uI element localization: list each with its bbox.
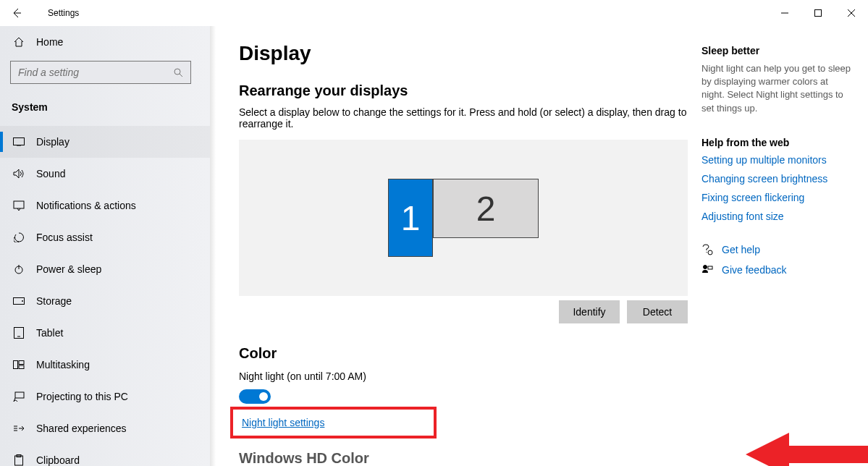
sidebar-item-label: Sound	[36, 168, 65, 179]
annotation-arrow-icon	[746, 433, 868, 466]
sidebar-section: System	[0, 90, 210, 126]
help-icon	[701, 244, 713, 255]
sidebar-item-focus-assist[interactable]: Focus assist	[0, 221, 210, 253]
hd-color-heading: Windows HD Color	[239, 450, 688, 466]
color-heading: Color	[239, 345, 688, 362]
help-link-fontsize[interactable]: Adjusting font size	[701, 211, 851, 222]
rearrange-heading: Rearrange your displays	[239, 82, 688, 99]
back-icon[interactable]	[12, 8, 22, 18]
sidebar-item-storage[interactable]: Storage	[0, 285, 210, 317]
close-button[interactable]	[835, 0, 868, 26]
sidebar-home-label: Home	[36, 36, 63, 48]
feedback-icon	[701, 264, 713, 276]
tablet-icon	[13, 327, 25, 339]
sidebar-item-label: Tablet	[36, 327, 63, 339]
monitor-1[interactable]: 1	[388, 179, 433, 257]
sidebar-item-tablet[interactable]: Tablet	[0, 317, 210, 349]
svg-point-23	[704, 265, 707, 268]
svg-rect-18	[19, 365, 24, 369]
sidebar-item-clipboard[interactable]: Clipboard	[0, 444, 210, 466]
help-link-flickering[interactable]: Fixing screen flickering	[701, 192, 851, 203]
home-icon	[13, 36, 25, 48]
notifications-icon	[13, 200, 25, 211]
sidebar-item-label: Power & sleep	[36, 263, 101, 275]
aside-help-title: Help from the web	[701, 137, 851, 148]
svg-rect-24	[708, 266, 712, 269]
sidebar-item-label: Focus assist	[36, 232, 93, 243]
power-icon	[13, 263, 25, 275]
aside-sleep-text: Night light can help you get to sleep by…	[701, 62, 851, 115]
identify-button[interactable]: Identify	[559, 300, 620, 323]
night-light-settings-link[interactable]: Night light settings	[242, 417, 324, 428]
sidebar: Home Find a setting System Display Sound…	[0, 26, 210, 466]
aside-sleep-title: Sleep better	[701, 45, 851, 56]
display-arranger[interactable]: 1 2	[239, 140, 688, 296]
shared-icon	[13, 423, 25, 434]
svg-rect-9	[14, 201, 24, 208]
sidebar-item-projecting[interactable]: Projecting to this PC	[0, 381, 210, 412]
sidebar-item-label: Notifications & actions	[36, 200, 136, 211]
svg-point-5	[174, 69, 180, 75]
multitasking-icon	[13, 359, 25, 370]
help-link-brightness[interactable]: Changing screen brightness	[701, 173, 851, 185]
maximize-button[interactable]	[801, 0, 835, 26]
svg-rect-25	[789, 446, 868, 463]
minimize-button[interactable]	[768, 0, 801, 26]
sidebar-item-label: Shared experiences	[36, 423, 127, 434]
sidebar-item-label: Multitasking	[36, 359, 90, 370]
focus-icon	[13, 232, 25, 243]
search-icon	[173, 67, 183, 77]
svg-rect-17	[19, 361, 24, 365]
window-title: Settings	[42, 8, 79, 18]
monitor-2[interactable]: 2	[433, 179, 539, 238]
night-light-toggle[interactable]	[239, 389, 271, 404]
svg-marker-26	[746, 433, 789, 466]
search-input[interactable]: Find a setting	[10, 61, 191, 84]
detect-button[interactable]: Detect	[627, 300, 688, 323]
annotation-highlight: Night light settings	[230, 407, 437, 439]
help-link-monitors[interactable]: Setting up multiple monitors	[701, 154, 851, 166]
svg-rect-19	[15, 392, 24, 398]
svg-rect-7	[14, 138, 25, 145]
display-icon	[13, 136, 25, 148]
sidebar-item-power[interactable]: Power & sleep	[0, 253, 210, 285]
sidebar-item-label: Clipboard	[36, 454, 80, 466]
clipboard-icon	[13, 454, 25, 466]
rearrange-desc: Select a display below to change the set…	[239, 106, 688, 130]
sidebar-home[interactable]: Home	[0, 26, 210, 58]
sidebar-item-label: Storage	[36, 295, 72, 307]
sidebar-item-shared[interactable]: Shared experiences	[0, 412, 210, 444]
sidebar-item-sound[interactable]: Sound	[0, 158, 210, 190]
sidebar-item-label: Display	[36, 136, 69, 148]
svg-point-13	[22, 300, 23, 302]
sound-icon	[13, 168, 25, 179]
sidebar-item-multitasking[interactable]: Multitasking	[0, 349, 210, 381]
svg-line-6	[180, 74, 182, 77]
search-placeholder: Find a setting	[18, 67, 79, 78]
sidebar-item-label: Projecting to this PC	[36, 391, 128, 402]
sidebar-item-display[interactable]: Display	[0, 126, 210, 158]
svg-point-22	[708, 250, 712, 255]
storage-icon	[13, 295, 25, 307]
get-help-link[interactable]: Get help	[701, 244, 851, 255]
svg-rect-2	[815, 10, 822, 17]
feedback-link[interactable]: Give feedback	[701, 264, 851, 276]
svg-rect-16	[14, 361, 18, 369]
night-light-status: Night light (on until 7:00 AM)	[239, 370, 688, 382]
page-title: Display	[239, 42, 688, 65]
sidebar-item-notifications[interactable]: Notifications & actions	[0, 190, 210, 221]
titlebar: Settings	[0, 0, 868, 26]
projecting-icon	[13, 391, 25, 402]
